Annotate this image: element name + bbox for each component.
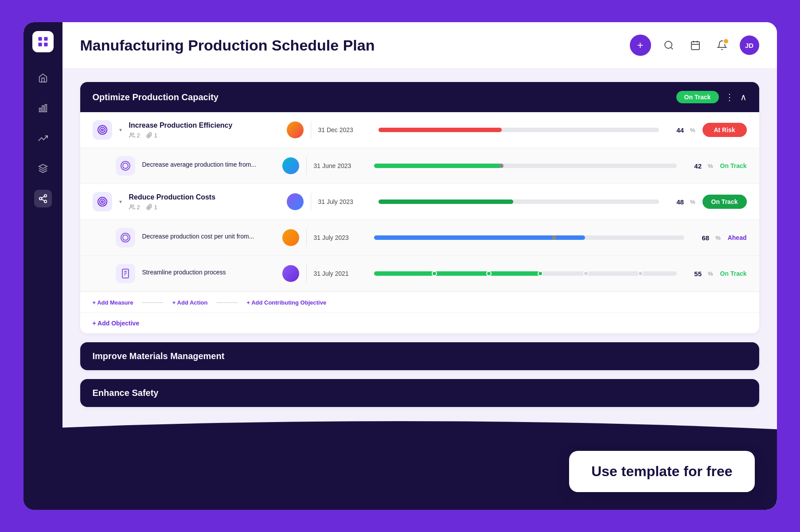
sub-target-icon-2 [120,232,131,243]
sub-objective-name-2: Decrease production cost per unit from..… [142,233,275,240]
progress-container-1: 44 % [379,126,695,134]
progress-bar-fill-1 [379,128,502,132]
progress-pct-2: 48 [665,198,684,206]
layers-icon [38,164,48,173]
objective-date-2: 31 July 2023 [318,198,371,205]
objective-icon-2 [93,192,112,211]
cta-button[interactable]: Use template for free [569,451,754,492]
sidebar-item-share[interactable] [34,190,52,207]
collapse-button[interactable]: ∧ [740,92,747,102]
sub-divider-1 [306,157,307,175]
add-links-row: + Add Measure ——— + Add Action ——— + Add… [80,292,759,313]
sub-avatar-2 [282,229,299,246]
add-button[interactable]: + [630,35,651,56]
progress-marker-2 [552,235,556,240]
calendar-button[interactable] [687,36,704,54]
search-icon [663,40,674,51]
goal-status-badge: On Track [676,91,719,103]
paperclip-icon [146,132,152,138]
target-icon-2 [97,196,108,207]
goal-section-optimize: Optimize Production Capacity On Track ⋮ … [80,82,759,333]
sub-objective-icon-2 [116,228,135,247]
svg-point-20 [100,127,105,133]
progress-pct-1: 44 [665,126,684,134]
svg-line-11 [41,199,44,201]
progress-bar-bg-1 [379,128,659,132]
objective-name-1: Increase Production Efficiency [129,121,280,129]
sub-progress-bar-fill-3 [374,271,541,276]
add-action-link[interactable]: + Add Action [172,299,208,306]
notification-badge [723,38,729,44]
add-contributing-link[interactable]: + Add Contributing Objective [246,299,326,306]
sub-progress-2: 68 % [374,234,721,242]
objective-info-2: Reduce Production Costs 2 1 [129,193,280,211]
notifications-button[interactable] [713,36,731,54]
sidebar-item-home[interactable] [34,69,52,87]
add-objective-button[interactable]: + Add Objective [93,320,140,327]
objective-chevron-2[interactable]: ▾ [119,199,122,205]
sub-date-2: 31 July 2023 [314,234,367,241]
objective-row-2: ▾ Reduce Production Costs 2 1 [80,184,759,220]
svg-point-13 [665,41,672,48]
svg-rect-2 [38,43,42,46]
sub-progress-1: 42 % [374,162,713,170]
svg-line-14 [671,47,672,49]
avatar-1 [287,121,304,138]
chart-bar-icon [38,103,48,113]
objective-chevron-1[interactable]: ▾ [119,127,122,133]
progress-container-2: 48 % [379,198,695,206]
svg-rect-6 [45,105,47,112]
sub-progress-3: 55 % [374,270,713,278]
svg-point-22 [130,133,132,135]
trending-up-icon [38,133,48,143]
sub-objective-row-1: Decrease average production time from...… [80,148,759,184]
status-badge-1: At Risk [702,123,747,137]
sub-progress-bar-fill-1 [374,164,501,168]
objective-name-2: Reduce Production Costs [129,193,280,201]
sidebar-item-trends[interactable] [34,129,52,147]
assignees-1: 2 [129,132,140,139]
page-title: Manufacturing Production Schedule Plan [80,37,375,54]
user-avatar[interactable]: JD [740,35,759,55]
sub-target-icon-1 [120,160,131,171]
calendar-icon [690,40,701,51]
paperclip-icon-2 [146,204,152,210]
sub-objective-name-3: Streamline production process [142,269,275,276]
dot-2 [486,271,492,276]
svg-rect-0 [38,37,42,41]
home-icon [38,73,48,83]
svg-point-28 [130,205,132,207]
page-wrapper: Manufacturing Production Schedule Plan + [0,0,800,532]
sub-progress-bar-bg-3 [374,271,677,276]
goal-section-materials: Improve Materials Management [80,342,759,370]
svg-point-8 [44,195,47,197]
svg-line-12 [41,196,44,198]
search-button[interactable] [660,36,678,54]
sidebar-item-charts[interactable] [34,99,52,117]
divider-link-2: ——— [216,298,238,306]
svg-point-24 [123,163,128,168]
materials-header: Improve Materials Management [80,342,759,370]
goal-header-optimize: Optimize Production Capacity On Track ⋮ … [80,82,759,112]
sub-objective-icon-1 [116,156,135,176]
sub-objective-info-3: Streamline production process [142,269,275,278]
svg-point-30 [123,235,128,240]
header-actions: + [630,35,759,56]
sidebar-logo[interactable] [32,31,54,52]
objective-info-1: Increase Production Efficiency 2 1 [129,121,280,139]
sub-date-1: 31 June 2023 [314,162,367,169]
avatar-2 [287,193,304,210]
sub-date-3: 31 July 2021 [314,270,367,277]
sidebar-item-layers[interactable] [34,160,52,177]
cta-label: Use template for free [591,463,732,479]
sub-divider-3 [306,265,307,282]
sub-avatar-1 [282,157,299,174]
svg-rect-15 [691,42,699,50]
more-options-button[interactable]: ⋮ [725,92,734,102]
sub-objective-info-1: Decrease average production time from... [142,161,275,171]
safety-title: Enhance Safety [93,388,159,398]
users-icon-2 [129,204,135,210]
svg-rect-1 [44,37,47,41]
add-measure-link[interactable]: + Add Measure [93,299,133,306]
sub-objective-row-2: Decrease production cost per unit from..… [80,220,759,256]
